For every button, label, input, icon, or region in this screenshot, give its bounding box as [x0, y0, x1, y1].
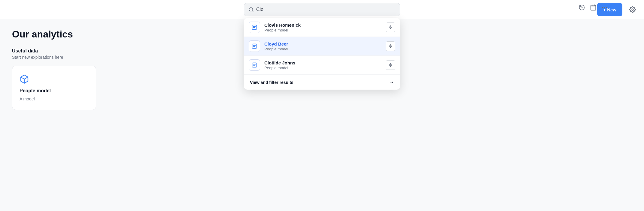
view-filter-results[interactable]: View and filter results →: [244, 75, 400, 90]
svg-point-21: [632, 9, 633, 10]
card-title: People model: [20, 88, 89, 94]
card-subtitle: A model: [20, 97, 89, 101]
result-type-cloyd: People model: [264, 47, 381, 51]
search-icon: [248, 7, 254, 12]
search-result-clovis[interactable]: Clovis Homenick People model: [244, 18, 400, 37]
settings-button[interactable]: [627, 4, 638, 15]
svg-point-20: [606, 7, 607, 8]
people-model-card[interactable]: People model A model: [12, 66, 96, 110]
svg-marker-9: [389, 44, 392, 48]
svg-line-1: [252, 10, 253, 11]
search-dropdown: Clovis Homenick People model: [244, 18, 400, 90]
more-options-icon[interactable]: [601, 4, 608, 11]
svg-rect-8: [253, 46, 255, 47]
view-filter-arrow: →: [389, 79, 394, 85]
result-name-clovis: Clovis Homenick: [264, 22, 381, 28]
result-text-cloyd: Cloyd Beer People model: [264, 41, 381, 51]
result-text-clovis: Clovis Homenick People model: [264, 22, 381, 32]
bolt-action-cloyd[interactable]: [386, 41, 395, 51]
right-toolbar: [579, 4, 608, 11]
svg-rect-11: [253, 64, 256, 65]
search-wrapper: Clovis Homenick People model: [244, 3, 400, 16]
svg-marker-5: [389, 25, 392, 29]
view-filter-label: View and filter results: [250, 80, 293, 85]
svg-rect-4: [253, 27, 255, 28]
search-result-cloyd[interactable]: Cloyd Beer People model: [244, 37, 400, 56]
svg-rect-12: [253, 65, 255, 66]
result-icon-clovis: [249, 22, 260, 33]
svg-rect-7: [253, 45, 256, 46]
result-name-cloyd: Cloyd Beer: [264, 41, 381, 46]
search-container: [244, 3, 400, 16]
search-input[interactable]: [256, 7, 396, 12]
result-type-clovis: People model: [264, 28, 381, 32]
calendar-icon[interactable]: [590, 4, 597, 11]
svg-point-19: [604, 7, 605, 8]
cube-icon: [20, 74, 89, 84]
result-name-clotilde: Clotilde Johns: [264, 60, 381, 65]
svg-rect-3: [253, 26, 256, 27]
result-text-clotilde: Clotilde Johns People model: [264, 60, 381, 70]
svg-rect-14: [591, 5, 596, 10]
search-result-clotilde[interactable]: Clotilde Johns People model: [244, 56, 400, 75]
result-icon-clotilde: [249, 59, 260, 71]
svg-marker-13: [389, 63, 392, 67]
result-type-clotilde: People model: [264, 66, 381, 70]
bolt-action-clovis[interactable]: [386, 22, 395, 32]
svg-point-18: [603, 7, 603, 8]
history-icon[interactable]: [579, 4, 585, 11]
result-icon-cloyd: [249, 40, 260, 52]
bolt-action-clotilde[interactable]: [386, 60, 395, 70]
topbar: Clovis Homenick People model: [0, 0, 644, 19]
